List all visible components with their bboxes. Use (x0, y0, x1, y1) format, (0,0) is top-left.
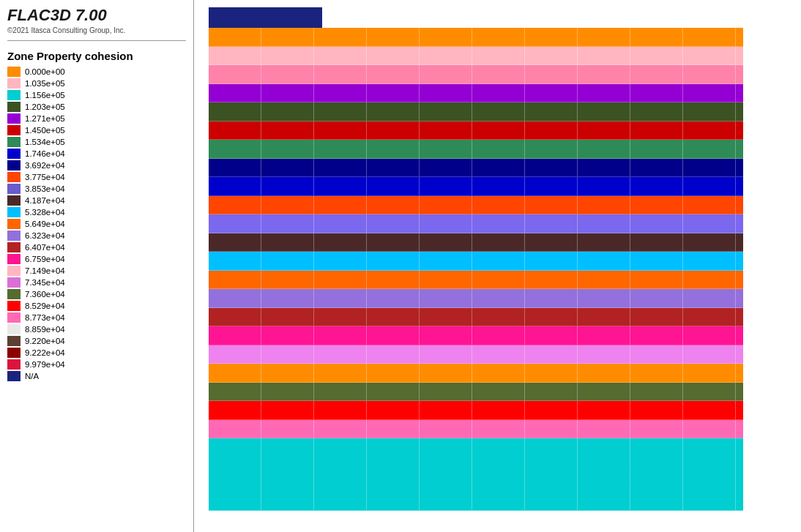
legend-swatch (7, 336, 21, 346)
sidebar: FLAC3D 7.00 ©2021 Itasca Consulting Grou… (0, 0, 194, 532)
legend-item: 8.773e+04 (7, 312, 186, 323)
grid-row (209, 214, 743, 233)
grid-row (209, 233, 743, 252)
legend-swatch (7, 113, 21, 124)
legend-swatch (7, 160, 21, 171)
legend-title: Zone Property cohesion (7, 50, 186, 62)
legend-item: 7.360e+04 (7, 289, 186, 299)
grid-row (209, 345, 743, 364)
grid-row (209, 383, 743, 402)
legend-label: 3.853e+04 (25, 184, 65, 193)
legend-swatch (7, 207, 21, 217)
grid-row (209, 252, 743, 271)
legend-swatch (7, 125, 21, 135)
legend-label: 1.534e+05 (25, 138, 65, 146)
legend-swatch (7, 312, 21, 323)
legend-swatch (7, 149, 21, 159)
legend-label: 7.360e+04 (25, 290, 65, 299)
legend-label: 1.450e+05 (25, 126, 65, 135)
legend-swatch (7, 78, 21, 89)
legend-item: 5.649e+04 (7, 219, 186, 229)
legend-item: 8.529e+04 (7, 301, 186, 311)
grid-row (209, 196, 743, 215)
grid-row (209, 364, 743, 383)
grid-row (209, 326, 743, 345)
legend-swatch (7, 301, 21, 311)
legend-item: 0.000e+00 (7, 67, 186, 77)
legend-label: 6.323e+04 (25, 231, 65, 240)
legend-swatch (7, 348, 21, 358)
legend-item: 1.746e+04 (7, 149, 186, 159)
legend-swatch (7, 195, 21, 206)
legend-item: 9.222e+04 (7, 348, 186, 358)
grid-row (209, 47, 743, 66)
grid-row (209, 401, 743, 420)
legend-swatch (7, 324, 21, 334)
grid-row (209, 177, 743, 196)
grid-row (209, 102, 743, 121)
legend-item: 3.853e+04 (7, 184, 186, 194)
legend-items: 0.000e+001.035e+051.156e+051.203e+051.27… (7, 67, 186, 381)
legend-swatch (7, 254, 21, 264)
legend-item: 4.187e+04 (7, 195, 186, 206)
grid-row (209, 65, 743, 84)
legend-item: 1.035e+05 (7, 78, 186, 89)
app-title: FLAC3D 7.00 (7, 6, 186, 25)
grid-row (209, 438, 743, 511)
legend-item: 9.979e+04 (7, 359, 186, 370)
grid-area (209, 28, 743, 511)
legend-label: 7.345e+04 (25, 278, 65, 287)
legend-item: 6.323e+04 (7, 231, 186, 241)
grid-row (209, 289, 743, 308)
legend-swatch (7, 277, 21, 288)
legend-item: 5.328e+04 (7, 207, 186, 217)
legend-label: 1.203e+05 (25, 102, 65, 111)
legend-item: 1.450e+05 (7, 125, 186, 135)
legend-item: 6.407e+04 (7, 242, 186, 252)
grid-row (209, 84, 743, 103)
legend-label: 5.328e+04 (25, 208, 65, 217)
legend-label: 6.759e+04 (25, 255, 65, 263)
legend-item: 1.156e+05 (7, 90, 186, 100)
legend-label: 4.187e+04 (25, 196, 65, 205)
legend-label: 1.035e+05 (25, 79, 65, 88)
legend-swatch (7, 67, 21, 77)
legend-item: N/A (7, 371, 186, 381)
legend-label: 9.979e+04 (25, 360, 65, 369)
grid-row (209, 308, 743, 327)
legend-label: 1.746e+04 (25, 149, 65, 158)
legend-label: 1.271e+05 (25, 114, 65, 123)
legend-item: 7.345e+04 (7, 277, 186, 288)
legend-swatch (7, 90, 21, 100)
legend-item: 7.149e+04 (7, 266, 186, 276)
app-copyright: ©2021 Itasca Consulting Group, Inc. (7, 26, 186, 41)
grid-row (209, 271, 743, 290)
legend-label: 5.649e+04 (25, 220, 65, 228)
legend-label: 3.775e+04 (25, 173, 65, 181)
grid-row (209, 140, 743, 159)
legend-swatch (7, 219, 21, 229)
legend-swatch (7, 137, 21, 147)
legend-swatch (7, 184, 21, 194)
legend-label: 8.529e+04 (25, 301, 65, 310)
legend-swatch (7, 266, 21, 276)
legend-label: 9.222e+04 (25, 348, 65, 357)
legend-swatch (7, 231, 21, 241)
legend-label: 8.859e+04 (25, 325, 65, 334)
legend-item: 1.203e+05 (7, 102, 186, 112)
legend-swatch (7, 359, 21, 370)
legend-swatch (7, 371, 21, 381)
legend-label: 8.773e+04 (25, 313, 65, 322)
legend-label: 7.149e+04 (25, 266, 65, 275)
grid-row (209, 121, 743, 141)
legend-label: 9.220e+04 (25, 337, 65, 345)
grid-row (209, 159, 743, 178)
legend-item: 8.859e+04 (7, 324, 186, 334)
legend-item: 3.692e+04 (7, 160, 186, 171)
grid-row (209, 420, 743, 439)
main-area (194, 0, 801, 532)
legend-label: 1.156e+05 (25, 91, 65, 100)
legend-swatch (7, 289, 21, 299)
legend-item: 3.775e+04 (7, 172, 186, 182)
top-tab (209, 7, 322, 28)
